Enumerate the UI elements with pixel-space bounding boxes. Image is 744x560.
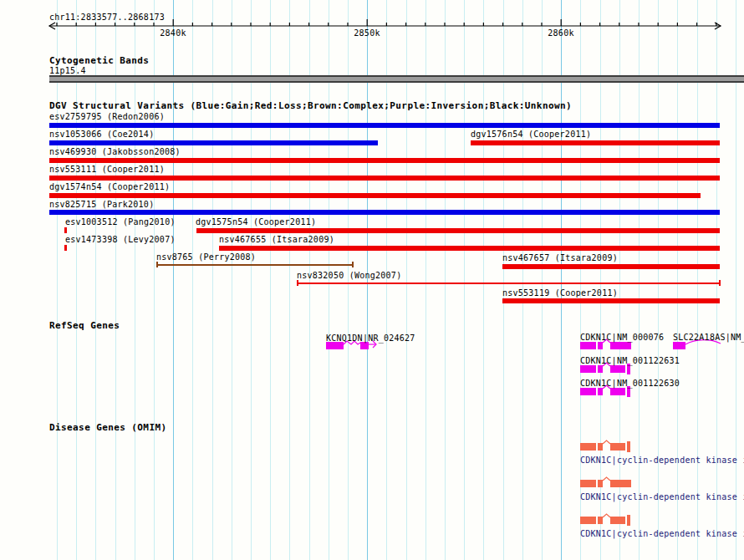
exon-box (580, 342, 596, 349)
exon-box (610, 388, 625, 395)
exon-box (598, 517, 603, 524)
variant-bar[interactable] (49, 158, 720, 163)
omim-gene-label: CDKN1C|cyclin-dependent kinase in (580, 529, 744, 538)
omim-gene-model[interactable] (580, 514, 630, 526)
variant-point[interactable] (64, 245, 67, 251)
exon-box (580, 365, 596, 373)
exon-box (610, 517, 625, 524)
variant-segment[interactable] (156, 262, 354, 267)
variant-label: dgv1574n54 (Cooper2011) (49, 182, 170, 191)
utr-tall-box (627, 441, 630, 452)
cytoband-bar[interactable] (49, 75, 744, 83)
refseq-gene-label: CDKN1C|NM_001122631 (580, 356, 680, 365)
variant-label: nsv832050 (Wong2007) (297, 271, 401, 280)
segment-line (156, 264, 354, 266)
exon-box (598, 443, 603, 451)
variant-label: dgv1575n54 (Cooper2011) (196, 217, 316, 227)
cytogenetic-bands-track-title: Cytogenetic Bands (49, 56, 149, 66)
exon-box (610, 365, 625, 373)
ruler-tick-label: 2840k (160, 28, 186, 38)
variant-bar[interactable] (219, 246, 720, 251)
exon-box (610, 480, 631, 487)
variant-label: esv2759795 (Redon2006) (49, 112, 165, 121)
variant-bar[interactable] (49, 140, 378, 145)
refseq-gene-label: CDKN1C|NM_001122630 (580, 379, 680, 388)
dgv-track-title: DGV Structural Variants (Blue:Gain;Red:L… (49, 101, 572, 111)
exon-box (580, 517, 596, 524)
variant-segment[interactable] (297, 280, 721, 286)
genome-browser-panel: chr11:2833577..2868173 2840k2850k2860k C… (0, 0, 744, 560)
segment-right-cap (719, 280, 721, 286)
variant-label: nsv8765 (Perry2008) (156, 252, 256, 262)
variant-point[interactable] (64, 227, 67, 233)
ruler-tick-label: 2860k (548, 28, 573, 38)
omim-gene-label: CDKN1C|cyclin-dependent kinase in (580, 492, 744, 501)
segment-left-cap (156, 262, 158, 267)
variant-bar[interactable] (196, 228, 720, 233)
ruler-tick-label: 2850k (354, 28, 380, 38)
variant-bar[interactable] (471, 140, 720, 145)
refseq-gene-label: KCNQ1DN|NR_024627 (326, 333, 415, 343)
cytoband-label: 11p15.4 (49, 66, 86, 75)
variant-bar[interactable] (49, 176, 720, 181)
segment-line (297, 283, 721, 284)
segment-right-cap (352, 262, 354, 267)
variant-label: esv1473398 (Levy2007) (65, 235, 176, 244)
variant-bar[interactable] (49, 123, 720, 128)
variant-label: nsv825715 (Park2010) (49, 200, 154, 209)
variant-label: dgv1576n54 (Cooper2011) (471, 130, 591, 139)
omim-gene-model[interactable] (580, 477, 631, 487)
utr-tall-box (627, 515, 630, 526)
variant-bar[interactable] (502, 298, 720, 303)
variant-label: nsv469930 (Jakobsson2008) (49, 147, 181, 156)
exon-box (326, 342, 344, 349)
refseq-gene-label: SLC22A18AS|NM_ (673, 333, 744, 342)
exon-box (598, 365, 603, 373)
refseq-gene-label: CDKN1C|NM_000076 (580, 333, 664, 342)
exon-box (598, 342, 603, 349)
exon-box (580, 388, 596, 395)
refseq-track-title: RefSeq Genes (49, 321, 120, 331)
exon-box (610, 342, 631, 349)
segment-left-cap (297, 280, 298, 286)
exon-box (580, 443, 596, 451)
intron-caret (603, 514, 610, 517)
exon-box (580, 480, 596, 487)
variant-bar[interactable] (49, 210, 720, 215)
omim-track-title: Disease Genes (OMIM) (49, 423, 166, 433)
variant-label: nsv467655 (Itsara2009) (219, 235, 334, 244)
omim-gene-model[interactable] (580, 440, 630, 452)
exon-box (360, 342, 369, 349)
omim-gene-label: CDKN1C|cyclin-dependent kinase in (580, 456, 744, 465)
variant-label: nsv1053066 (Coe2014) (49, 130, 154, 139)
exon-box (598, 388, 603, 395)
region-title: chr11:2833577..2868173 (49, 13, 165, 22)
variant-label: nsv553111 (Cooper2011) (49, 165, 165, 174)
variant-label: esv1003512 (Pang2010) (65, 217, 176, 227)
variant-label: nsv553119 (Cooper2011) (502, 288, 618, 298)
intron-caret (603, 477, 610, 481)
exon-box (610, 443, 625, 451)
exon-box (673, 342, 685, 349)
exon-box (598, 480, 603, 487)
variant-bar[interactable] (49, 193, 701, 198)
variant-bar[interactable] (502, 264, 720, 269)
variant-label: nsv467657 (Itsara2009) (502, 253, 618, 262)
intron-caret (603, 440, 610, 444)
